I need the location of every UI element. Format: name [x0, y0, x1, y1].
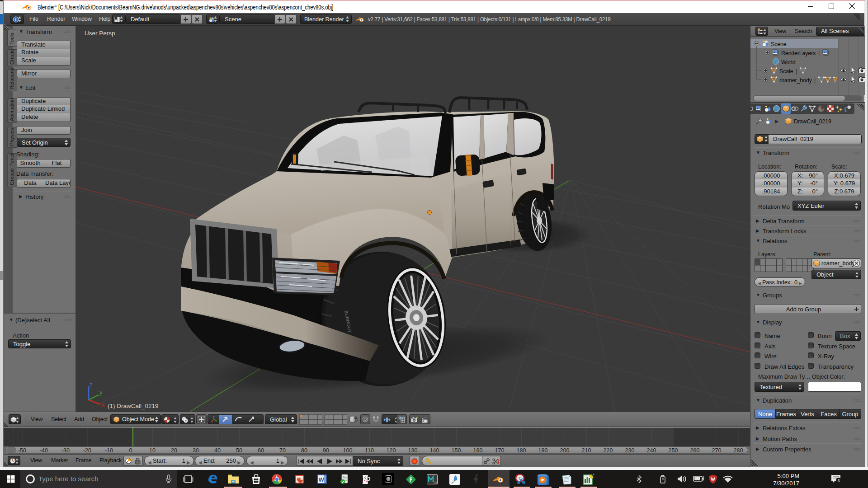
svg-text:3: 3 — [837, 479, 840, 483]
svg-text:P: P — [297, 477, 300, 482]
svg-text:W: W — [319, 476, 325, 483]
svg-text:DS: DS — [434, 481, 437, 484]
